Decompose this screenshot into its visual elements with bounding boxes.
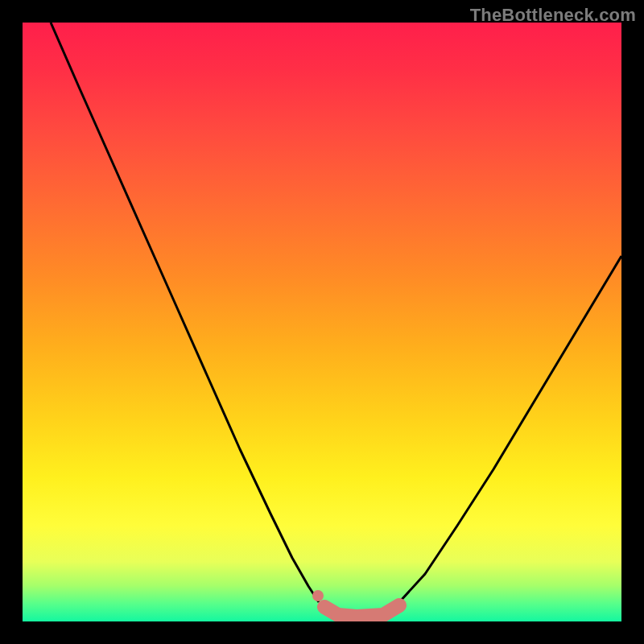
- chart-plot-area: [23, 23, 621, 621]
- salmon-dot-left: [312, 590, 324, 601]
- left-black-curve: [51, 23, 319, 602]
- chart-frame: TheBottleneck.com: [0, 0, 644, 644]
- right-black-curve: [399, 256, 621, 602]
- curve-overlay: [23, 23, 621, 621]
- watermark-label: TheBottleneck.com: [470, 5, 636, 26]
- salmon-segment: [324, 605, 399, 617]
